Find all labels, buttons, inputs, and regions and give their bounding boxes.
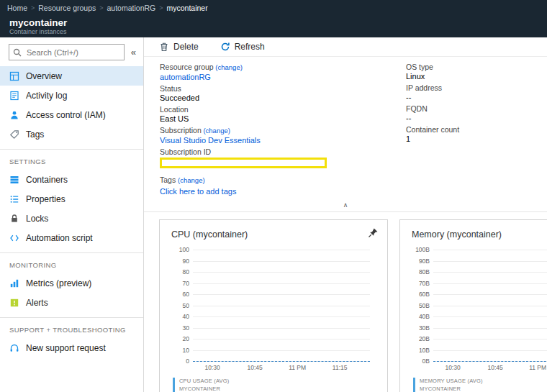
chart-plot: 100B90B80B70B60B50B40B30B20B10B0B [433, 250, 547, 361]
main-row: « OverviewActivity logAccess control (IA… [0, 37, 547, 392]
sidebar-item-automation-script[interactable]: Automation script [0, 228, 143, 247]
tags-block: Tags (change) Click here to add tags [144, 170, 547, 196]
refresh-button-label: Refresh [235, 42, 265, 52]
breadcrumb-item-resource-groups[interactable]: Resource groups [38, 4, 96, 12]
field-value[interactable]: Visual Studio Dev Essentials [160, 136, 406, 145]
x-axis-label: 11:15 [333, 364, 348, 371]
change-link[interactable]: (change) [214, 63, 243, 71]
field-label: Resource group (change) [160, 63, 406, 72]
y-axis-label: 20B [419, 335, 430, 342]
sidebar-item-properties[interactable]: Properties [0, 189, 143, 209]
field-value: 1 [406, 135, 459, 144]
sidebar-item-label: Automation script [26, 233, 93, 243]
sidebar-item-metrics-preview[interactable]: Metrics (preview) [0, 273, 143, 293]
sidebar-item-label: Tags [26, 129, 44, 140]
gridline [193, 350, 370, 351]
field-value: -- [406, 93, 459, 102]
search-input[interactable] [9, 44, 125, 60]
gridline [433, 339, 547, 339]
refresh-button[interactable]: Refresh [220, 42, 265, 52]
sidebar-item-alerts[interactable]: Alerts [0, 293, 143, 312]
essentials-field-os-type: OS typeLinux [406, 63, 459, 82]
chart-x-axis: 10:3010:4511 PM [433, 364, 547, 373]
chart-x-axis: 10:3010:4511 PM11:15 [193, 364, 370, 373]
chart-card-cpu-mycontainer: CPU (mycontainer)10090807060504030201001… [159, 219, 388, 392]
page-subtitle: Container instances [9, 28, 538, 36]
chart-zero-data-line [193, 361, 370, 362]
chart-zero-data-line [433, 361, 547, 362]
search-icon [12, 47, 22, 58]
sidebar-item-activity-log[interactable]: Activity log [0, 86, 143, 105]
main-content: Delete Refresh Resource group (change)au… [144, 37, 547, 392]
breadcrumb: Home>Resource groups>automationRG>mycont… [0, 0, 547, 16]
y-axis-label: 70B [419, 280, 430, 287]
essentials-field-subscription: Subscription (change)Visual Studio Dev E… [160, 126, 406, 146]
tags-label: Tags [160, 176, 176, 184]
gridline [193, 306, 370, 306]
breadcrumb-item-automationrg[interactable]: automationRG [107, 4, 156, 12]
gridline [433, 306, 547, 306]
gridline [433, 294, 547, 295]
breadcrumb-separator: > [99, 4, 103, 12]
gridline [193, 294, 370, 295]
x-axis-label: 10:30 [204, 364, 220, 371]
breadcrumb-separator: > [159, 4, 163, 12]
y-axis-label: 60 [183, 291, 189, 298]
legend-series-name: CPU USAGE (AVG) [179, 378, 376, 384]
essentials-left-column: Resource group (change)automationRGStatu… [160, 63, 406, 170]
metrics-icon [9, 278, 19, 288]
gridline [193, 261, 370, 262]
delete-button[interactable]: Delete [159, 42, 199, 52]
toolbar: Delete Refresh [144, 37, 547, 57]
sidebar: « OverviewActivity logAccess control (IA… [0, 37, 144, 392]
sidebar-item-label: Containers [26, 175, 68, 185]
change-link[interactable]: (change) [202, 127, 230, 135]
add-tags-link[interactable]: Click here to add tags [160, 187, 547, 196]
sidebar-item-new-support-request[interactable]: New support request [0, 338, 143, 357]
gridline [433, 316, 547, 317]
legend-resource-name: MYCONTAINER [420, 386, 547, 392]
pin-icon[interactable] [368, 227, 379, 241]
gridline [193, 250, 370, 250]
essentials-field-status: StatusSucceeded [160, 84, 406, 104]
y-axis-label: 20 [183, 335, 189, 342]
support-request-icon [9, 342, 19, 353]
field-value: Succeeded [160, 94, 406, 103]
sidebar-item-overview[interactable]: Overview [0, 66, 143, 86]
nav-section-title: MONITORING [0, 253, 143, 273]
y-axis-label: 100 [179, 246, 189, 253]
tags-icon [9, 129, 19, 140]
breadcrumb-item-home[interactable]: Home [7, 4, 27, 12]
chart-legend: MEMORY USAGE (AVG)MYCONTAINER0B [413, 378, 547, 392]
essentials-panel: Resource group (change)automationRGStatu… [144, 57, 547, 170]
gridline [193, 328, 370, 329]
field-value[interactable]: automationRG [160, 73, 406, 82]
sidebar-item-tags[interactable]: Tags [0, 124, 143, 144]
sidebar-collapse-button[interactable]: « [131, 47, 136, 58]
tags-change-link[interactable]: (change) [178, 176, 205, 184]
field-label: Subscription ID [160, 147, 406, 156]
sidebar-item-locks[interactable]: Locks [0, 209, 143, 228]
delete-icon [159, 42, 169, 52]
containers-icon [9, 174, 19, 185]
sidebar-item-label: Activity log [26, 91, 67, 101]
field-label: IP address [406, 83, 459, 92]
activity-log-icon [9, 90, 19, 101]
access-control-icon [9, 109, 19, 120]
field-label: Container count [406, 125, 459, 134]
y-axis-label: 90B [419, 257, 430, 265]
nav-section-title: SETTINGS [0, 150, 143, 170]
gridline [433, 350, 547, 351]
y-axis-label: 80 [183, 268, 189, 275]
sidebar-item-access-control-iam[interactable]: Access control (IAM) [0, 105, 143, 124]
field-label: Status [160, 84, 406, 93]
sidebar-item-label: Alerts [26, 298, 48, 308]
chart-plot: 1009080706050403020100 [193, 250, 370, 361]
x-axis-label: 10:30 [445, 364, 460, 371]
x-axis-label: 11 PM [289, 364, 306, 371]
essentials-field-fqdn: FQDN-- [406, 104, 459, 124]
sidebar-item-containers[interactable]: Containers [0, 170, 143, 189]
essentials-collapse-chevron[interactable]: ∧ [144, 197, 547, 211]
y-axis-label: 90 [183, 257, 189, 265]
field-value: -- [406, 114, 459, 123]
